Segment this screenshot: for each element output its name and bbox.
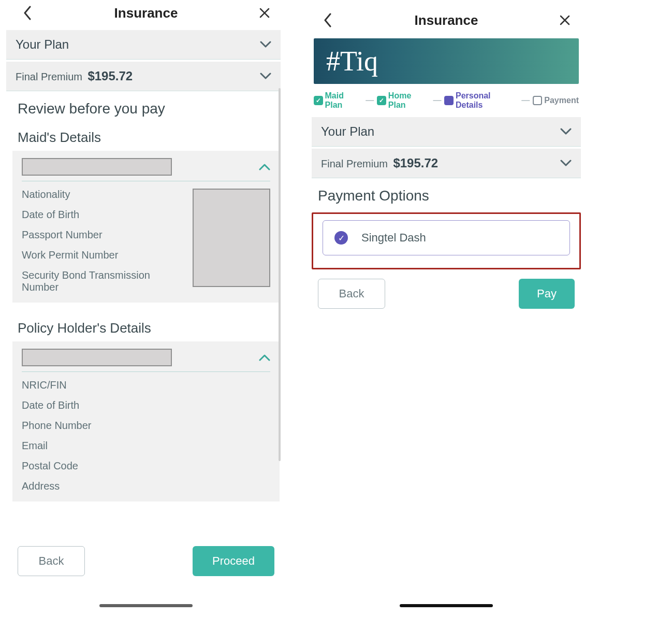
maid-details-heading: Maid's Details xyxy=(6,121,286,151)
holder-name-placeholder xyxy=(22,349,172,366)
selected-check-icon: ✓ xyxy=(334,231,348,245)
chevron-down-icon xyxy=(260,38,271,51)
chevron-down-icon xyxy=(560,125,572,138)
brand-logo-text: #Tiq xyxy=(326,45,378,77)
final-premium-label: Final Premium xyxy=(321,158,388,169)
back-button[interactable]: Back xyxy=(18,546,85,576)
step-pending-icon xyxy=(533,96,542,105)
your-plan-label: Your Plan xyxy=(16,37,69,52)
field-label: Phone Number xyxy=(22,420,270,432)
step-current-icon xyxy=(444,96,454,105)
payment-options-heading: Payment Options xyxy=(306,178,586,208)
step-payment: Payment xyxy=(533,96,579,105)
maid-details-panel: Nationality Date of Birth Passport Numbe… xyxy=(12,151,280,303)
holder-field-list: NRIC/FIN Date of Birth Phone Number Emai… xyxy=(22,379,270,492)
field-label: Postal Code xyxy=(22,460,270,472)
field-label: NRIC/FIN xyxy=(22,379,270,391)
chevron-up-icon xyxy=(259,160,270,174)
page-title: Insurance xyxy=(114,5,178,21)
your-plan-label: Your Plan xyxy=(321,124,374,139)
page-title: Insurance xyxy=(415,12,478,28)
step-personal-details: Personal Details xyxy=(444,91,518,110)
pay-button[interactable]: Pay xyxy=(519,279,575,309)
step-home-plan: ✓ Home Plan xyxy=(377,91,430,110)
chevron-down-icon xyxy=(260,69,271,83)
maid-name-placeholder xyxy=(22,158,172,176)
home-indicator[interactable] xyxy=(400,604,493,607)
step-separator: — xyxy=(433,96,441,105)
brand-banner: #Tiq xyxy=(314,38,579,84)
progress-stepper: ✓ Maid Plan — ✓ Home Plan — Personal Det… xyxy=(306,88,586,115)
field-label: Nationality xyxy=(22,189,184,201)
payment-option-singtel-dash[interactable]: ✓ Singtel Dash xyxy=(323,220,570,255)
field-label: Date of Birth xyxy=(22,399,270,411)
screen-payment: Insurance #Tiq ✓ Maid Plan — ✓ Home Plan… xyxy=(306,0,586,617)
field-label: Passport Number xyxy=(22,229,184,241)
back-button[interactable]: Back xyxy=(318,279,385,309)
field-label: Date of Birth xyxy=(22,209,184,221)
field-label: Address xyxy=(22,480,270,492)
maid-photo-placeholder xyxy=(193,189,270,287)
home-indicator[interactable] xyxy=(99,604,193,607)
holder-details-heading: Policy Holder's Details xyxy=(6,312,286,341)
final-premium-label: Final Premium xyxy=(16,71,82,82)
chevron-down-icon xyxy=(560,156,572,170)
back-icon[interactable] xyxy=(319,11,337,29)
close-icon[interactable] xyxy=(556,11,574,29)
proceed-button[interactable]: Proceed xyxy=(193,546,274,576)
step-separator: — xyxy=(366,96,374,105)
your-plan-collapsible[interactable]: Your Plan xyxy=(312,117,581,147)
topbar: Insurance xyxy=(306,0,586,38)
topbar: Insurance xyxy=(6,0,286,28)
button-row: Back Proceed xyxy=(18,546,274,576)
final-premium-collapsible[interactable]: Final Premium $195.72 xyxy=(6,62,281,91)
scrollbar[interactable] xyxy=(279,88,281,461)
step-maid-plan: ✓ Maid Plan xyxy=(314,91,362,110)
final-premium-amount: $195.72 xyxy=(393,156,438,170)
chevron-up-icon xyxy=(259,351,270,364)
check-icon: ✓ xyxy=(377,96,386,105)
review-heading: Review before you pay xyxy=(6,91,286,121)
field-label: Work Permit Number xyxy=(22,249,184,261)
holder-panel-header[interactable] xyxy=(22,349,270,372)
maid-field-list: Nationality Date of Birth Passport Numbe… xyxy=(22,189,184,293)
final-premium-collapsible[interactable]: Final Premium $195.72 xyxy=(312,149,581,178)
button-row: Back Pay xyxy=(318,279,575,309)
your-plan-collapsible[interactable]: Your Plan xyxy=(6,30,281,60)
final-premium-amount: $195.72 xyxy=(87,69,133,83)
maid-panel-header[interactable] xyxy=(22,158,270,181)
payment-option-label: Singtel Dash xyxy=(361,231,426,245)
holder-details-panel: NRIC/FIN Date of Birth Phone Number Emai… xyxy=(12,341,280,502)
close-icon[interactable] xyxy=(256,4,273,22)
payment-option-highlight: ✓ Singtel Dash xyxy=(312,212,581,269)
back-icon[interactable] xyxy=(19,4,36,22)
field-label: Security Bond Transmission Number xyxy=(22,269,184,293)
screen-review: Insurance Your Plan Final Premium $195.7… xyxy=(6,0,286,617)
field-label: Email xyxy=(22,440,270,452)
check-icon: ✓ xyxy=(314,96,323,105)
step-separator: — xyxy=(521,96,530,105)
